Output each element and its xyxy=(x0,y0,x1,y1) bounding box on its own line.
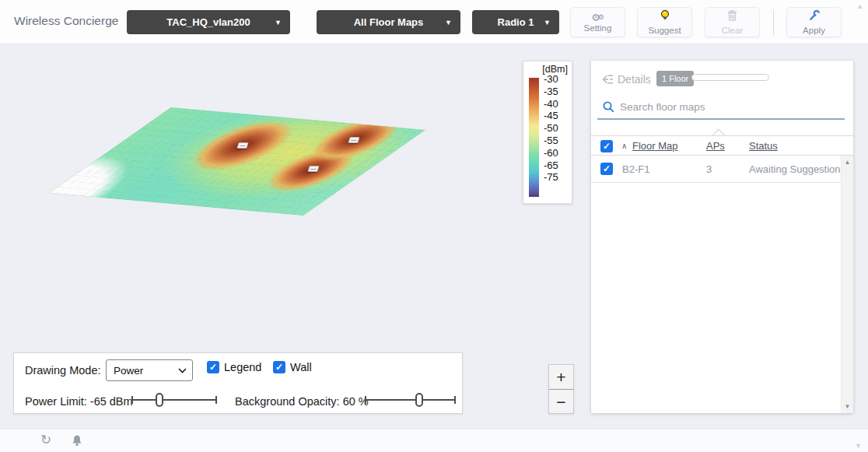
details-panel-header: Details 1 Floor xyxy=(591,70,853,90)
refresh-icon[interactable]: ↻ xyxy=(40,432,51,448)
floor-map-canvas[interactable]: [dBm] -30 -35 -40 -45 -50 -55 -60 -65 -7… xyxy=(0,44,868,429)
clear-button-label: Clear xyxy=(722,26,743,35)
floor-count-badge: 1 Floor xyxy=(656,71,694,86)
cell-floor-map: B2-F1 xyxy=(622,163,649,175)
caret-down-icon: ▼ xyxy=(544,19,551,26)
zoom-in-button[interactable]: + xyxy=(549,365,573,389)
legend-color-scale xyxy=(529,78,539,197)
apply-button[interactable]: Apply xyxy=(786,7,842,37)
panel-scrollbar[interactable]: ▲ ▼ xyxy=(841,156,853,413)
wall-checkbox-label: Wall xyxy=(290,361,312,373)
power-limit-slider-thumb[interactable] xyxy=(156,393,163,407)
clear-button[interactable]: Clear xyxy=(705,7,760,37)
chevron-down-icon xyxy=(178,368,187,373)
column-header-aps[interactable]: APs xyxy=(706,140,725,152)
checkbox-checked-icon: ✓ xyxy=(207,361,219,373)
bottom-status-bar: ↻ ▼ xyxy=(0,429,868,452)
page-scroll-up-icon[interactable]: ▲ xyxy=(856,2,863,10)
lightbulb-icon xyxy=(659,9,671,25)
floor-maps-dropdown[interactable]: All Floor Maps ▼ xyxy=(317,10,460,34)
search-icon xyxy=(602,100,615,117)
drawing-mode-select[interactable]: Power xyxy=(106,359,193,381)
notifications-bell-icon[interactable] xyxy=(71,434,83,451)
power-limit-label: Power Limit: -65 dBm xyxy=(25,395,133,408)
trash-icon xyxy=(726,9,738,25)
select-all-checkbox[interactable]: ✓ xyxy=(600,140,613,152)
app-title: Wireless Concierge xyxy=(14,14,118,28)
legend-checkbox-label: Legend xyxy=(224,361,261,373)
drawing-mode-label: Drawing Mode: xyxy=(25,364,101,377)
scrollbar-up-icon[interactable]: ▲ xyxy=(842,159,853,166)
caret-down-icon: ▼ xyxy=(445,19,452,26)
checkbox-checked-icon: ✓ xyxy=(273,361,285,373)
table-row[interactable]: ✓ B2-F1 3 Awaiting Suggestion xyxy=(591,156,853,183)
ap-marker-3[interactable] xyxy=(307,166,320,172)
setting-button-label: Setting xyxy=(584,23,612,33)
ap-marker-2[interactable] xyxy=(348,137,360,143)
drawing-mode-value: Power xyxy=(114,365,143,377)
suggest-button[interactable]: Suggest xyxy=(637,7,692,37)
collapse-panel-icon[interactable] xyxy=(600,73,614,89)
slider-tick xyxy=(215,396,217,404)
floorplan-grid xyxy=(49,107,425,215)
legend-tick: -40 xyxy=(544,98,558,110)
legend-tick: -60 xyxy=(544,147,558,159)
caret-down-icon: ▼ xyxy=(275,19,282,26)
legend-tick: -55 xyxy=(544,135,558,147)
apply-button-label: Apply xyxy=(803,26,825,35)
floor-map-table-header: ✓ ∧ Floor Map APs Status xyxy=(591,135,853,156)
top-toolbar: Wireless Concierge TAC_HQ_vlan200 ▼ All … xyxy=(0,0,868,44)
heatmap-plane[interactable] xyxy=(49,107,425,215)
toolbar-divider xyxy=(773,9,774,35)
wall-checkbox[interactable]: ✓ Wall xyxy=(273,361,312,373)
radio-dropdown[interactable]: Radio 1 ▼ xyxy=(472,10,559,34)
suggest-button-label: Suggest xyxy=(648,26,681,35)
floor-map-search xyxy=(591,98,853,118)
wireless-concierge-app: Wireless Concierge TAC_HQ_vlan200 ▼ All … xyxy=(0,0,868,452)
slider-track xyxy=(131,399,217,401)
gear-icon: ⚙⚙ xyxy=(591,12,604,23)
legend-tick: -75 xyxy=(544,171,558,184)
slider-tick xyxy=(454,396,456,404)
legend-tick-labels: -30 -35 -40 -45 -50 -55 -60 -65 -75 xyxy=(544,73,558,184)
legend-tick: -30 xyxy=(544,73,558,86)
network-dropdown[interactable]: TAC_HQ_vlan200 ▼ xyxy=(127,10,290,34)
background-opacity-slider[interactable] xyxy=(365,391,456,409)
legend-tick: -45 xyxy=(544,110,558,122)
ap-marker-1[interactable] xyxy=(236,142,249,149)
suggestion-progress-bar xyxy=(691,74,769,81)
row-checkbox[interactable]: ✓ xyxy=(600,163,613,175)
legend-tick: -65 xyxy=(544,159,558,172)
column-header-floor-map[interactable]: Floor Map xyxy=(632,140,678,152)
dbm-legend: [dBm] -30 -35 -40 -45 -50 -55 -60 -65 -7… xyxy=(523,61,572,204)
search-floor-maps-input[interactable] xyxy=(620,98,830,115)
page-scroll-down-icon[interactable]: ▼ xyxy=(855,442,862,450)
slider-track xyxy=(365,399,456,401)
search-underline xyxy=(597,118,845,120)
wrench-icon xyxy=(808,9,821,25)
power-limit-slider[interactable] xyxy=(131,391,217,409)
sort-ascending-icon[interactable]: ∧ xyxy=(621,142,627,150)
details-title[interactable]: Details xyxy=(618,73,651,86)
scrollbar-down-icon[interactable]: ▼ xyxy=(842,403,853,410)
background-opacity-label: Background Opacity: 60 % xyxy=(235,395,369,408)
slider-tick xyxy=(131,396,133,404)
radio-dropdown-value: Radio 1 xyxy=(498,16,534,28)
legend-tick: -35 xyxy=(544,86,558,98)
column-header-status[interactable]: Status xyxy=(749,140,778,152)
cell-aps: 3 xyxy=(706,163,712,175)
drawing-controls-panel: Drawing Mode: Power ✓ Legend ✓ Wall Powe… xyxy=(13,352,463,414)
cell-status: Awaiting Suggestion xyxy=(749,163,841,175)
floor-maps-dropdown-value: All Floor Maps xyxy=(354,16,424,28)
zoom-out-button[interactable]: − xyxy=(549,390,573,414)
legend-tick: -50 xyxy=(544,122,558,135)
network-dropdown-value: TAC_HQ_vlan200 xyxy=(166,16,250,28)
details-panel: Details 1 Floor ✓ ∧ Floor Map APs Status xyxy=(591,61,853,413)
legend-checkbox[interactable]: ✓ Legend xyxy=(207,361,261,373)
slider-tick xyxy=(365,396,366,404)
background-opacity-slider-thumb[interactable] xyxy=(415,393,423,407)
setting-button[interactable]: ⚙⚙ Setting xyxy=(570,7,625,37)
map-zoom-control: + − xyxy=(548,364,574,414)
